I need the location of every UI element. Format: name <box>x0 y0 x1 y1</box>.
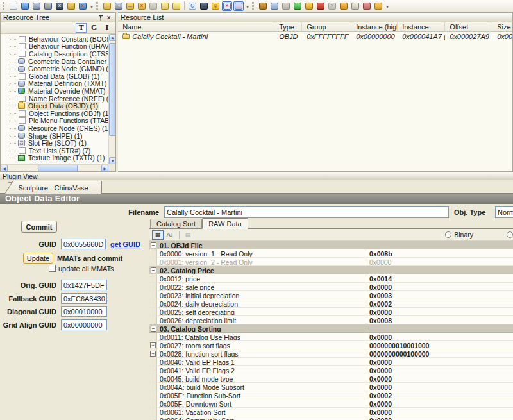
smiley-icon[interactable]: ☺ <box>210 1 221 11</box>
grid-row[interactable]: +0x0028: function sort flags000000000010… <box>149 349 513 358</box>
grid-row[interactable]: 0x005E: Function Sub-Sort0x0002 <box>149 391 513 399</box>
grid-row[interactable]: 0x0012: price0x0014 <box>149 274 513 283</box>
grid-row[interactable]: 0x0023: initial depreciation0x0003 <box>149 291 513 299</box>
grid-row[interactable]: 0x0000: version_1 - Read Only0x008b <box>149 249 513 258</box>
eraser-icon[interactable] <box>233 1 244 11</box>
obj-type-select[interactable]: Normal <box>495 206 513 218</box>
guid-field-input[interactable]: 0x00010000 <box>61 306 107 317</box>
tree-item[interactable]: Material Override (MMAT) (1) <box>1 87 108 95</box>
grid-category-row[interactable]: −03. Catalog Sorting <box>149 324 513 333</box>
tab-catalog-sort[interactable]: Catalog Sort <box>150 219 202 229</box>
tree-item[interactable]: Slot File (SLOT) (1) <box>1 139 108 147</box>
new-package-icon[interactable] <box>8 1 19 11</box>
workshop-icon[interactable] <box>269 1 280 11</box>
grid-row[interactable]: 0x0025: self depreciating0x0000 <box>149 308 513 316</box>
update-all-mmats-checkbox[interactable] <box>49 265 56 272</box>
grid-row[interactable]: 0x0045: build mode type0x0000 <box>149 374 513 383</box>
property-value[interactable]: 0000000010001000 <box>366 341 513 349</box>
tools-disabled-icon[interactable]: × <box>327 1 337 11</box>
tree-item[interactable]: Catalog Description (CTSS) (1) <box>1 50 108 58</box>
export-resource-icon[interactable]: → <box>125 1 135 11</box>
recycle-icon[interactable] <box>292 1 303 11</box>
column-header[interactable]: Type <box>274 22 302 31</box>
pin-icon[interactable] <box>96 13 105 21</box>
collapse-icon[interactable]: − <box>151 326 156 332</box>
open-resource-icon[interactable] <box>102 1 112 11</box>
filename-input[interactable]: Calally Cocktail - Martini <box>164 206 449 218</box>
grid-row[interactable]: 0x004A: build Mode Subsort0x0000 <box>149 383 513 391</box>
alarm-icon[interactable] <box>199 1 209 11</box>
refresh-icon[interactable]: ↻ <box>187 1 198 11</box>
save-as-package-icon[interactable]: ✎ <box>43 1 53 11</box>
guid-field-input[interactable]: 0x1427F5DF <box>61 280 107 290</box>
property-value[interactable]: 0x0000 <box>366 399 513 407</box>
tree-item[interactable]: Object Data (OBJD) (1) <box>1 102 108 110</box>
tree-item[interactable]: Texture Image (TXTR) (1) <box>1 155 108 162</box>
tab-sculpture-chinavase[interactable]: Sculpture - ChinaVase <box>4 181 102 194</box>
photo-icon[interactable] <box>350 1 360 11</box>
grid-row[interactable]: 0x0040: Valid EP Flags 10x0000 <box>149 358 513 366</box>
property-value[interactable]: 0x0000 <box>366 333 513 340</box>
comment-resource-icon[interactable] <box>148 1 158 11</box>
property-value[interactable]: 0x0000 <box>366 308 513 315</box>
neighborhood-lock-icon[interactable] <box>362 1 372 11</box>
guid-field-input[interactable]: 0x00000000 <box>61 319 107 330</box>
property-value[interactable]: 0x0008 <box>366 316 513 324</box>
update-button[interactable]: Update <box>23 253 53 264</box>
property-value[interactable]: 0x0000 <box>366 374 513 382</box>
save-resource-icon[interactable]: ▪ <box>114 1 124 11</box>
grid-row[interactable]: +0x0027: room sort flags0000000010001000 <box>149 341 513 349</box>
tree-item[interactable]: Object Functions (OBJf) (1) <box>1 110 108 117</box>
property-value[interactable]: 0x0002 <box>366 299 513 307</box>
collapse-icon[interactable]: − <box>151 242 156 248</box>
tree-item[interactable]: Behaviour Constant (BCON) (3) <box>1 35 108 43</box>
property-value[interactable]: 0x0000 <box>366 408 513 416</box>
grid-row[interactable]: 0x0024: daily depreciation0x0002 <box>149 299 513 308</box>
vehicle-icon[interactable] <box>281 1 291 11</box>
resource-list-row[interactable]: Calally Cocktail - MartiniOBJD0xFFFFFFFF… <box>118 32 512 41</box>
grid-row[interactable]: 0x0026: depreciation limit0x0008 <box>149 316 513 324</box>
folder-tools-icon[interactable] <box>339 1 349 11</box>
tree-item[interactable]: Behaviour Function (BHAV) (2) <box>1 43 108 51</box>
tree-item[interactable]: Global Data (GLOB) (1) <box>1 72 108 80</box>
scroll-down-icon[interactable]: ▼ <box>109 157 115 164</box>
radio-option-2[interactable] <box>507 231 513 238</box>
property-value[interactable]: 0x0003 <box>366 291 513 299</box>
grid-row[interactable]: 0x0001: version_2 - Read Only0x0000 <box>149 258 513 266</box>
tree-item[interactable]: Resource Node (CRES) (1) <box>1 124 108 132</box>
delete-resource-icon[interactable]: × <box>137 1 147 11</box>
guid-field-input[interactable]: 0xEC6A3430 <box>61 293 107 304</box>
column-header[interactable]: Size <box>492 22 512 31</box>
tree-vertical-scrollbar[interactable]: ▲ ▼ <box>108 34 115 164</box>
property-value[interactable]: 0x0000 <box>366 258 513 265</box>
open-package-icon[interactable] <box>20 1 30 11</box>
alphabetical-sort-icon[interactable]: A↓ <box>164 230 176 240</box>
commit-button[interactable]: Commit <box>21 221 57 233</box>
save-package-icon[interactable] <box>31 1 42 11</box>
package-browser-icon[interactable] <box>66 1 76 11</box>
tree-hscroll-thumb[interactable] <box>38 165 78 171</box>
toolbar-grip[interactable] <box>252 2 255 10</box>
property-value[interactable]: 0x0000 <box>366 358 513 365</box>
scroll-up-icon[interactable]: ▲ <box>109 34 115 41</box>
property-value[interactable]: 0000000000100000 <box>366 349 513 357</box>
collapse-icon[interactable]: − <box>151 267 156 273</box>
grid-row[interactable]: 0x005F: Downtown Sort0x0000 <box>149 399 513 408</box>
toolbar-overflow-icon[interactable]: ▾ <box>244 1 251 11</box>
tree-item[interactable]: Name Reference (NREF) (1) <box>1 95 108 103</box>
grid-row[interactable]: 0x0011: Catalog Use Flags0x0000 <box>149 333 513 341</box>
filter-instance-button[interactable]: I <box>101 23 112 33</box>
resource-details-icon[interactable] <box>171 1 181 11</box>
scroll-left-icon[interactable]: ◀ <box>1 165 8 171</box>
scroll-right-icon[interactable]: ▶ <box>101 165 108 171</box>
tree-item[interactable]: Text Lists (STR#) (7) <box>1 147 108 155</box>
tree-item[interactable]: Shape (SHPE) (1) <box>1 132 108 140</box>
binary-radio[interactable] <box>445 231 451 238</box>
tree-item[interactable]: Pie Menu Functions (TTAB) (1) <box>1 117 108 125</box>
column-header[interactable]: Offset <box>445 22 492 31</box>
tree-horizontal-scrollbar[interactable]: ◀ ▶ <box>1 164 108 171</box>
column-header[interactable]: Group <box>302 22 351 31</box>
filter-group-button[interactable]: G <box>88 23 99 33</box>
close-panel-icon[interactable]: × <box>105 13 113 21</box>
tree-vscroll-thumb[interactable] <box>109 43 115 136</box>
